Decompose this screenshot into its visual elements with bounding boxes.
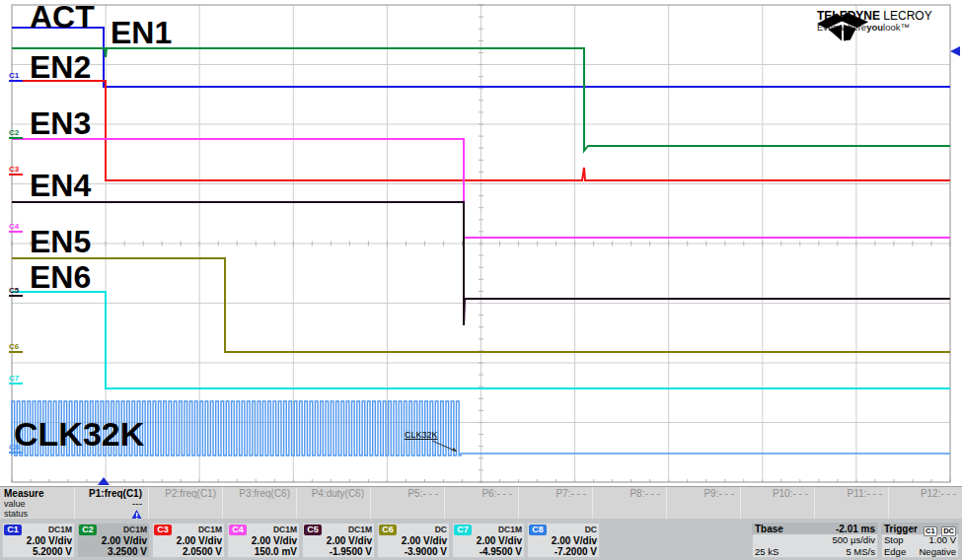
channel-descriptor-C3[interactable]: C3DC1M2.00 V/div2.0500 V: [152, 523, 225, 558]
channel-badge-C2: C2: [79, 525, 97, 535]
channel-offset-C4: 150.0 mV: [229, 546, 297, 557]
channel-descriptor-C1[interactable]: C1DC1M2.00 V/div5.2000 V: [2, 523, 75, 558]
zero-marker-bar-C4: [9, 231, 23, 233]
channel-badge-C1: C1: [4, 525, 22, 535]
zero-marker-bar-C1: [9, 80, 23, 82]
timebase-rate: 5 MS/s: [846, 546, 875, 558]
measure-column-P6[interactable]: P6:- - -: [444, 487, 518, 519]
measure-column-P2[interactable]: P2:freq(C1): [148, 487, 222, 519]
measure-columns: P1:freq(C1)---P2:freq(C1)P3:freq(C6)P4:d…: [74, 487, 962, 519]
zero-marker-C2[interactable]: C2: [9, 128, 20, 137]
channel-offset-C5: -1.9500 V: [304, 546, 372, 557]
zero-marker-bar-C3: [9, 174, 23, 175]
measure-panel: Measure value status P1:freq(C1)---P2:fr…: [0, 486, 962, 519]
measure-label-P8: P8:- - -: [593, 488, 660, 499]
scope-grid-svg: C1C2C3C4C5C6C7C8CLK32K: [0, 0, 962, 486]
measure-column-P9[interactable]: P9:- - -: [666, 487, 740, 519]
channel-descriptor-C4[interactable]: C4DC1M2.00 V/div150.0 mV: [227, 523, 300, 558]
measure-label-P12: P12:- - -: [889, 488, 956, 499]
channel-scale-C1: 2.00 V/div: [4, 535, 72, 546]
channel-coupling-C8: DC: [585, 525, 597, 534]
measure-label-P7: P7:- - -: [519, 488, 586, 499]
channel-offset-C8: -7.2000 V: [529, 546, 597, 557]
measure-value-P11: [815, 499, 882, 509]
channel-coupling-C4: DC1M: [273, 525, 297, 534]
trigger-kind: Edge: [884, 546, 906, 558]
channel-descriptor-C8[interactable]: C8DC2.00 V/div-7.2000 V: [527, 523, 600, 558]
channel-scale-C8: 2.00 V/div: [529, 535, 597, 546]
channel-badge-C6: C6: [379, 525, 397, 535]
measure-value-P2: [149, 499, 216, 509]
measure-column-P4[interactable]: P4:duty(C6): [296, 487, 370, 519]
channel-scale-C5: 2.00 V/div: [304, 535, 372, 546]
trigger-descriptor[interactable]: Trigger C1 DC Stop 1.00 V Edge Negative: [881, 523, 959, 558]
zero-marker-bar-C5: [9, 295, 23, 297]
measure-value-P5: [371, 499, 438, 509]
channel-descriptor-C6[interactable]: C6DC2.00 V/div-3.9000 V: [377, 523, 450, 558]
signal-label-EN5: EN5: [30, 226, 91, 257]
channel-badge-C3: C3: [154, 525, 172, 535]
measure-column-P5[interactable]: P5:- - -: [370, 487, 444, 519]
channel-offset-C3: 2.0500 V: [154, 546, 222, 557]
trigger-mode: Stop: [884, 534, 904, 546]
channel-coupling-C7: DC1M: [498, 525, 522, 534]
zero-marker-C3[interactable]: C3: [9, 165, 20, 174]
channel-coupling-C2: DC1M: [123, 525, 147, 534]
channel-scale-C3: 2.00 V/div: [154, 535, 222, 546]
signal-label-EN2: EN2: [30, 51, 91, 83]
measure-label-P5: P5:- - -: [371, 488, 438, 499]
channel-coupling-C6: DC: [435, 525, 447, 534]
measure-value-P3: [223, 499, 290, 509]
oscilloscope-screen: C1C2C3C4C5C6C7C8CLK32K ACTEN1EN2EN3EN4EN…: [0, 0, 962, 560]
zero-marker-C7[interactable]: C7: [9, 374, 20, 383]
clk32k-callout-label: CLK32K: [405, 430, 438, 440]
signal-label-EN4: EN4: [30, 170, 91, 201]
measure-column-P8[interactable]: P8:- - -: [592, 487, 666, 519]
channel-descriptor-C2[interactable]: C2DC1M2.00 V/div3.2500 V: [77, 523, 150, 558]
trigger-level-marker[interactable]: [950, 46, 960, 56]
measure-value-P7: [519, 499, 586, 509]
timebase-delay: -2.01 ms: [836, 524, 875, 534]
channel-offset-C2: 3.2500 V: [79, 546, 147, 557]
teledyne-lecroy-logo: TELEDYNE LECROY Everywhereyoulook™: [817, 10, 932, 33]
zero-marker-C1[interactable]: C1: [9, 71, 20, 80]
zero-marker-C4[interactable]: C4: [9, 222, 20, 231]
channel-offset-C7: -4.9500 V: [454, 546, 522, 557]
measure-label-P10: P10:- - -: [741, 488, 808, 499]
measure-label-P9: P9:- - -: [667, 488, 734, 499]
measure-label-P3: P3:freq(C6): [223, 488, 290, 499]
measure-label-P2: P2:freq(C1): [149, 488, 216, 499]
channel-scale-C6: 2.00 V/div: [379, 535, 447, 546]
channel-offset-C6: -3.9000 V: [379, 546, 447, 557]
channel-scale-C7: 2.00 V/div: [454, 535, 522, 546]
channel-badge-C7: C7: [454, 525, 472, 535]
measure-column-P1[interactable]: P1:freq(C1)---: [74, 487, 148, 519]
channel-descriptor-C5[interactable]: C5DC1M2.00 V/div-1.9500 V: [302, 523, 375, 558]
waveform-display: C1C2C3C4C5C6C7C8CLK32K ACTEN1EN2EN3EN4EN…: [0, 0, 962, 486]
channel-coupling-C5: DC1M: [348, 525, 372, 534]
measure-label-P11: P11:- - -: [815, 488, 882, 499]
measure-column-P12[interactable]: P12:- - -: [888, 487, 962, 519]
timebase-descriptor[interactable]: Tbase -2.01 ms 500 µs/div 25 kS 5 MS/s: [752, 523, 878, 558]
timebase-scale: 500 µs/div: [833, 534, 876, 546]
channel-badge-C4: C4: [229, 525, 247, 535]
measure-column-P11[interactable]: P11:- - -: [814, 487, 888, 519]
channel-offset-C1: 5.2000 V: [4, 546, 72, 557]
measure-column-P10[interactable]: P10:- - -: [740, 487, 814, 519]
zero-marker-C5[interactable]: C5: [9, 286, 20, 295]
zero-marker-C6[interactable]: C6: [9, 342, 20, 351]
channel-badge-C8: C8: [529, 525, 547, 535]
measure-column-P7[interactable]: P7:- - -: [518, 487, 592, 519]
channel-descriptor-C7[interactable]: C7DC1M2.00 V/div-4.9500 V: [452, 523, 525, 558]
channel-scale-C2: 2.00 V/div: [79, 535, 147, 546]
signal-label-EN1: EN1: [111, 17, 172, 48]
measure-value-label: value: [4, 499, 74, 509]
zero-marker-bar-C7: [9, 383, 23, 385]
signal-label-EN6: EN6: [30, 261, 91, 293]
measure-column-P3[interactable]: P3:freq(C6): [222, 487, 296, 519]
measure-row-headers: Measure value status: [0, 487, 74, 519]
timebase-samples: 25 kS: [755, 546, 778, 558]
signal-label-ACT: ACT: [30, 1, 95, 33]
trigger-position-marker[interactable]: [98, 477, 110, 485]
measure-value-P8: [593, 499, 660, 509]
